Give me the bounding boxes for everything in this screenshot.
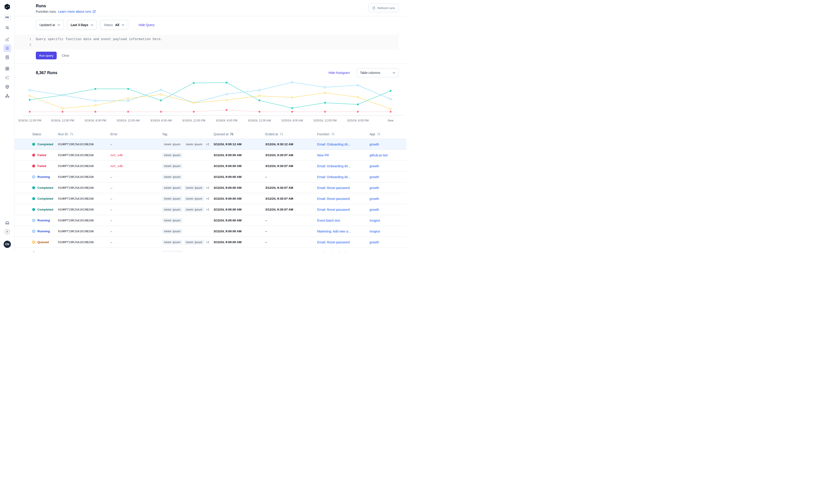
status-label: Completed (37, 208, 53, 211)
environment-badge[interactable]: PR (4, 15, 11, 20)
deploys-icon[interactable] (3, 83, 11, 91)
time-field-dropdown[interactable]: Updated at (36, 20, 64, 30)
app-link[interactable]: growth (369, 175, 379, 179)
app-cell: growth (369, 240, 399, 244)
runs-icon[interactable] (3, 44, 11, 52)
function-link[interactable]: New PR (317, 153, 329, 157)
tag-pill: lorem: ipsum (162, 164, 182, 169)
webhooks-icon[interactable] (3, 92, 11, 100)
query-editor[interactable]: 1 Query specific function data and event… (15, 34, 399, 49)
page-title: Runs (36, 4, 96, 8)
app-link[interactable]: growth (369, 240, 379, 244)
function-link[interactable]: Email: Onboarding dri... (317, 251, 350, 252)
clear-query-button[interactable]: Clear (62, 54, 69, 57)
status-dot (32, 154, 35, 157)
apps-icon[interactable] (3, 65, 11, 73)
svg-text:Now: Now (388, 119, 393, 122)
filters-icon[interactable] (3, 24, 11, 32)
error-cell: – (110, 197, 162, 201)
status-dot (32, 208, 35, 211)
table-columns-select[interactable]: Table columns (356, 68, 399, 77)
table-row[interactable]: Queued 01HRPT19RJSA1019B2GN – lorem: ips… (15, 237, 406, 248)
tags-cell: lorem: ipsum (162, 218, 213, 223)
column-header-queued-at[interactable]: Queued at (213, 132, 265, 136)
inngest-logo-icon[interactable] (4, 3, 11, 10)
external-link-icon (92, 10, 96, 13)
status-filter-dropdown[interactable]: Status All (100, 20, 128, 30)
error-cell: – (110, 219, 162, 222)
table-row[interactable]: Completed 01HRPT19RJSA1019B2GN – lorem: … (15, 204, 406, 215)
app-link[interactable]: growth (369, 251, 379, 252)
table-row[interactable]: Completed 01HRPT19RJSA1019B2GN – lorem: … (15, 182, 406, 193)
results-bar: 8,367 Runs Hide histogram Table columns (15, 64, 406, 78)
status-cell: Completed (32, 186, 58, 189)
table-row[interactable]: Completed 01HRPT19RJSA1019B2GN – lorem: … (15, 193, 406, 204)
function-link[interactable]: Event batch test (317, 219, 340, 222)
table-row[interactable]: Running 01HRPT19RJSA1019B2GN – lorem: ip… (15, 215, 406, 226)
support-inbox-icon[interactable] (3, 219, 11, 227)
queued-at-cell: 3/12/24, 9:00:12 AM (213, 143, 265, 146)
hide-histogram-link[interactable]: Hide histogram (328, 71, 350, 75)
function-link[interactable]: Email: Onboarding dri... (317, 175, 350, 179)
app-link[interactable]: growth (369, 197, 379, 201)
function-link[interactable]: Email: Onboarding dri... (317, 164, 350, 168)
app-link[interactable]: github-pr-bot (369, 153, 387, 157)
column-header-app[interactable]: App (369, 132, 399, 136)
function-link[interactable]: Email: Reset password (317, 186, 349, 190)
svg-text:3/20/24, 12:00 PM: 3/20/24, 12:00 PM (313, 119, 336, 122)
app-cell: growth (369, 175, 399, 179)
function-link[interactable]: Email: Reset password (317, 197, 349, 201)
tag-pill: lorem: ipsum (162, 229, 182, 234)
status-label: Running (37, 175, 50, 179)
learn-more-link[interactable]: Learn more about runs (58, 10, 96, 13)
hide-query-link[interactable]: Hide Query (138, 23, 155, 27)
table-row[interactable]: Failed 01HRPT19RJSA1019B2GN not_sdk lore… (15, 161, 406, 172)
app-cell: Inngest (369, 230, 399, 233)
app-link[interactable]: growth (369, 186, 379, 190)
function-link[interactable]: Email: Reset password (317, 208, 349, 211)
app-link[interactable]: growth (369, 208, 379, 211)
function-cell: Email: Reset password (317, 208, 369, 211)
function-cell: Email: Onboarding dri... (317, 143, 369, 146)
app-link[interactable]: growth (369, 164, 379, 168)
function-link[interactable]: Marketing: Add new si... (317, 230, 351, 233)
status-dot (32, 219, 35, 222)
chevron-down-icon (57, 24, 60, 27)
run-id: 01HRPT19RJSA1019B2GN (58, 219, 110, 222)
function-cell: Email: Reset password (317, 240, 369, 244)
status-dot (32, 252, 35, 252)
app-link[interactable]: Inngest (369, 219, 380, 222)
function-cell: Event batch test (317, 219, 369, 222)
app-link[interactable]: Inngest (369, 230, 380, 233)
table-row[interactable]: Completed 01HRPT19RJSA1019B2GN – lorem: … (15, 139, 406, 150)
app-link[interactable]: growth (369, 143, 379, 146)
time-range-dropdown[interactable]: Last 3 Days (67, 20, 97, 30)
function-link[interactable]: Email: Reset password (317, 240, 349, 244)
column-header-ended-at[interactable]: Ended at (265, 132, 317, 136)
user-avatar[interactable]: CN (4, 241, 11, 248)
tag-pill: lorem: ipsum (162, 196, 182, 201)
column-header-function[interactable]: Function (317, 132, 369, 136)
status-label: Completed (37, 186, 53, 189)
run-query-button[interactable]: Run query (36, 52, 57, 59)
sort-icon (230, 132, 233, 136)
tag-pill: lorem: ipsum (162, 153, 182, 158)
app-cell: growth (369, 251, 399, 252)
column-header-run-id[interactable]: Run ID (58, 132, 110, 136)
function-link[interactable]: Email: Onboarding dri... (317, 143, 350, 146)
run-id: 01HRPT19RJSA1019B2GN (58, 186, 110, 189)
events-icon[interactable] (3, 53, 11, 61)
metrics-icon[interactable] (3, 35, 11, 43)
table-row[interactable]: Running 01HRPT19RJSA1019B2GN – lorem: ip… (15, 172, 406, 182)
table-row[interactable]: Cancelled 01HRPT19RJSA1019B2GN – lorem: … (15, 248, 406, 252)
table-row[interactable]: Running 01HRPT19RJSA1019B2GN – lorem: ip… (15, 226, 406, 237)
refresh-runs-button[interactable]: Refresh runs (368, 4, 399, 12)
help-icon[interactable]: ? (3, 228, 11, 236)
svg-text:3/19/24, 12:00 AM: 3/19/24, 12:00 AM (116, 119, 139, 122)
app-cell: Inngest (369, 219, 399, 222)
functions-icon[interactable] (3, 74, 11, 82)
sort-icon (331, 132, 334, 136)
svg-text:3/19/24, 6:00 PM: 3/19/24, 6:00 PM (85, 119, 106, 122)
tag-pill: lorem: ipsum (162, 251, 182, 252)
table-row[interactable]: Failed 01HRPT19RJSA1019B2GN not_sdk lore… (15, 150, 406, 161)
